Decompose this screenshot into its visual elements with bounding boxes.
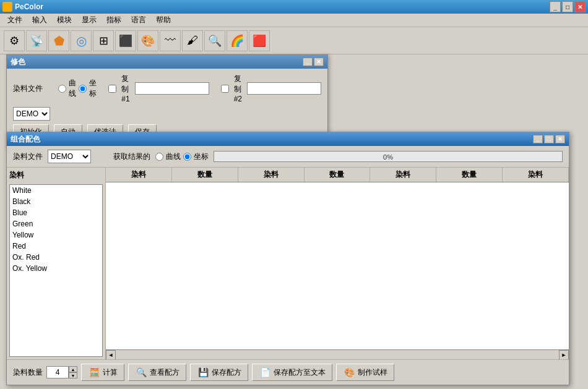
spinner-down-button[interactable]: ▼ [69, 372, 77, 378]
color-grid-tool-button[interactable]: ⬛ [115, 30, 136, 51]
maximize-button[interactable]: □ [562, 1, 573, 12]
menu-bar: 文件 输入 模块 显示 指标 语言 帮助 [0, 14, 588, 27]
xiuse-copy1-label: 复制#1 [121, 74, 129, 103]
xiuse-curve-radio[interactable] [58, 85, 66, 93]
target-icon: ◎ [76, 33, 87, 48]
save-text-button[interactable]: 📄 保存配方至文本 [252, 364, 332, 381]
xiuse-copy2-checkbox[interactable] [221, 85, 229, 93]
dialog-zuhe: 组合配色 _ □ ✕ 染料文件 DEMO 获取结果的 曲线 坐标 [6, 132, 569, 385]
spectrum-tool-button[interactable]: 🌈 [227, 30, 248, 51]
dye-count-spinner: 4 ▲ ▼ [46, 366, 77, 378]
scroll-left-button[interactable]: ◄ [106, 350, 116, 359]
menu-help[interactable]: 帮助 [151, 14, 176, 27]
dialog-zuhe-minimize[interactable]: _ [533, 135, 543, 143]
main-area: 修色 _ ✕ 染料文件 曲线 坐标 复制#1 [0, 54, 588, 389]
dialog-zuhe-maximize[interactable]: □ [544, 135, 554, 143]
table-header-dye2: 染料 [238, 168, 305, 182]
app-icon [2, 2, 12, 12]
zuhe-dye-file-select[interactable]: DEMO [48, 150, 91, 163]
progress-bar-text: 0% [214, 152, 562, 163]
menu-indicator[interactable]: 指标 [102, 14, 126, 27]
dye-item-blue[interactable]: Blue [10, 207, 102, 218]
zuhe-curve-label: 曲线 [166, 152, 181, 162]
xiuse-copy1-checkbox[interactable] [108, 85, 116, 93]
wave-icon: 〰 [165, 34, 176, 47]
spinner-buttons: ▲ ▼ [69, 366, 77, 378]
xiuse-curve-label: 曲线 [69, 78, 76, 99]
swatch-tool-button[interactable]: 🟥 [249, 30, 270, 51]
dye-item-yellow[interactable]: Yellow [10, 229, 102, 241]
menu-language[interactable]: 语言 [126, 14, 151, 27]
target-tool-button[interactable]: ◎ [71, 30, 92, 51]
xiuse-coord-radio[interactable] [79, 85, 87, 93]
dialog-xiuse-close[interactable]: ✕ [314, 58, 324, 66]
zuhe-dye-file-label: 染料文件 [13, 152, 43, 162]
dye-item-ox-red[interactable]: Ox. Red [10, 252, 102, 263]
make-sample-button[interactable]: 🎨 制作试样 [336, 364, 394, 381]
xiuse-copy2-input[interactable] [247, 82, 321, 95]
table-header-qty3: 数量 [436, 168, 503, 182]
horizontal-scrollbar[interactable]: ◄ ► [106, 349, 569, 359]
view-icon: 🔍 [135, 366, 147, 378]
scroll-right-button[interactable]: ► [559, 350, 569, 359]
table-header-qty2: 数量 [305, 168, 371, 182]
xiuse-demofile-row: DEMO [13, 107, 321, 121]
grid-tool-button[interactable]: ⊞ [93, 30, 114, 51]
dye-item-ox-yellow[interactable]: Ox. Yellow [10, 263, 102, 274]
paint-tool-button[interactable]: 🖌 [182, 30, 203, 51]
menu-input[interactable]: 输入 [27, 14, 52, 27]
search-icon: 🔍 [208, 34, 222, 48]
zuhe-fetch-label: 获取结果的 [113, 152, 150, 162]
wave-tool-button[interactable]: 〰 [160, 30, 181, 51]
calc-label: 计算 [103, 367, 118, 378]
title-bar: PeColor _ □ ✕ [0, 0, 588, 14]
dye-item-black[interactable]: Black [10, 196, 102, 207]
xiuse-dye-file-label: 染料文件 [13, 83, 43, 94]
dye-item-green[interactable]: Green [10, 218, 102, 229]
dye-item-red[interactable]: Red [10, 241, 102, 252]
dye-count-label: 染料数量 [13, 367, 43, 378]
table-header: 染料 数量 染料 数量 染料 数量 染料 [106, 168, 569, 182]
view-formula-button[interactable]: 🔍 查看配方 [128, 364, 186, 381]
view-label: 查看配方 [150, 367, 179, 378]
swatch-icon: 🟥 [253, 34, 266, 48]
close-button[interactable]: ✕ [574, 1, 586, 12]
dye-panel: 染料 White Black Blue Green Yellow Red Ox.… [7, 168, 106, 359]
minimize-button[interactable]: _ [550, 1, 561, 12]
title-bar-left: PeColor [2, 2, 43, 12]
save-text-label: 保存配方至文本 [274, 367, 326, 378]
shape-tool-button[interactable]: ⬟ [48, 30, 69, 51]
calc-button[interactable]: 🧮 计算 [81, 364, 124, 381]
zuhe-curve-radio[interactable] [155, 153, 163, 161]
save-formula-button[interactable]: 💾 保存配方 [190, 364, 248, 381]
xiuse-radio-group: 曲线 坐标 [58, 78, 97, 99]
table-panel: 染料 数量 染料 数量 染料 数量 染料 ◄ ► [106, 168, 569, 359]
xiuse-coord-label: 坐标 [89, 78, 97, 99]
menu-file[interactable]: 文件 [2, 14, 27, 27]
zuhe-coord-radio[interactable] [183, 153, 191, 161]
xiuse-copy1-input[interactable] [135, 82, 209, 95]
dialog-xiuse-minimize[interactable]: _ [303, 58, 313, 66]
dye-panel-label: 染料 [9, 170, 103, 181]
settings-tool-button[interactable]: ⚙ [4, 30, 25, 51]
palette-icon: 🎨 [141, 34, 155, 48]
paint-icon: 🖌 [187, 34, 198, 47]
remote-tool-button[interactable]: 📡 [26, 30, 47, 51]
xiuse-dye-file-select[interactable]: DEMO [13, 107, 50, 121]
app-title: PeColor [15, 2, 43, 11]
grid-icon: ⊞ [99, 34, 108, 48]
xiuse-file-row: 染料文件 曲线 坐标 复制#1 复制#2 [13, 74, 321, 103]
spinner-up-button[interactable]: ▲ [69, 366, 77, 372]
dye-count-input[interactable]: 4 [46, 366, 69, 378]
dialog-zuhe-close[interactable]: ✕ [555, 135, 565, 143]
save-formula-label: 保存配方 [212, 367, 241, 378]
search-tool-button[interactable]: 🔍 [204, 30, 225, 51]
table-body [106, 182, 569, 349]
menu-module[interactable]: 模块 [52, 14, 77, 27]
spectrum-icon: 🌈 [230, 34, 244, 48]
color-grid-icon: ⬛ [119, 34, 132, 48]
table-header-dye4: 染料 [503, 168, 569, 182]
palette-tool-button[interactable]: 🎨 [137, 30, 158, 51]
menu-display[interactable]: 显示 [77, 14, 102, 27]
dye-item-white[interactable]: White [10, 185, 102, 196]
